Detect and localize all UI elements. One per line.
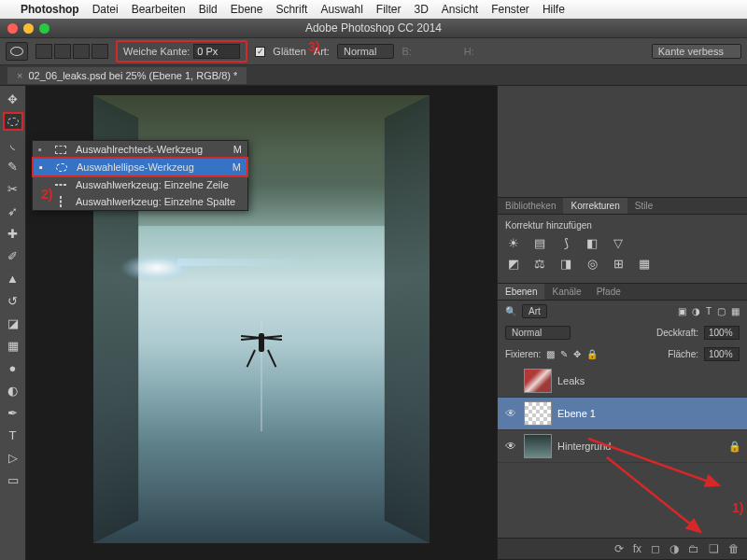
flyout-row-marquee[interactable]: Auswahlwerkzeug: Einzelne Zeile — [33, 176, 247, 193]
menu-hilfe[interactable]: Hilfe — [543, 3, 565, 16]
visibility-toggle[interactable]: 👁 — [503, 407, 518, 420]
lock-paint-icon[interactable]: ✎ — [560, 349, 568, 359]
adj-exposure-icon[interactable]: ◧ — [584, 236, 600, 251]
tab-korrekturen[interactable]: Korrekturen — [563, 198, 627, 214]
lock-all-icon[interactable]: 🔒 — [586, 349, 598, 359]
link-layers-icon[interactable]: ⟳ — [614, 542, 624, 555]
layer-row[interactable]: 👁 Ebene 1 — [498, 398, 747, 430]
layer-filter-icon[interactable]: 🔍 — [505, 306, 516, 316]
window-close-button[interactable] — [7, 23, 18, 34]
healing-tool[interactable]: ✚ — [3, 224, 23, 243]
blur-tool[interactable]: ● — [3, 358, 23, 377]
opacity-input[interactable]: 100% — [704, 326, 740, 340]
brush-tool[interactable]: ✐ — [3, 246, 23, 265]
adj-vibrance-icon[interactable]: ▽ — [610, 236, 627, 251]
eyedropper-tool[interactable]: ➶ — [3, 202, 23, 220]
refine-edge-button[interactable]: Kante verbess — [652, 44, 741, 59]
adj-bw-icon[interactable]: ◨ — [557, 257, 574, 272]
adj-photo-filter-icon[interactable]: ◎ — [584, 257, 600, 272]
eraser-tool[interactable]: ◪ — [3, 314, 23, 332]
menu-ebene[interactable]: Ebene — [231, 3, 263, 16]
opacity-label: Deckkraft: — [656, 328, 698, 338]
menu-datei[interactable]: Datei — [92, 3, 119, 16]
layer-thumbnail[interactable] — [524, 369, 552, 393]
gradient-tool[interactable]: ▦ — [3, 336, 23, 355]
adjustment-layer-icon[interactable]: ◑ — [669, 542, 679, 555]
ellipse-marquee-icon — [54, 163, 69, 172]
tab-ebenen[interactable]: Ebenen — [498, 284, 544, 300]
type-tool[interactable]: T — [3, 426, 23, 444]
menu-filter[interactable]: Filter — [376, 3, 402, 16]
layer-thumbnail[interactable] — [524, 401, 552, 426]
adj-levels-icon[interactable]: ▤ — [531, 236, 548, 251]
menu-schrift[interactable]: Schrift — [275, 3, 307, 16]
layer-fx-icon[interactable]: fx — [633, 542, 641, 555]
style-select[interactable]: Normal — [337, 44, 394, 59]
pen-tool[interactable]: ✒ — [3, 403, 23, 422]
lasso-tool[interactable]: ◟ — [3, 134, 23, 153]
fill-input[interactable]: 100% — [704, 347, 740, 361]
path-select-tool[interactable]: ▷ — [3, 448, 23, 467]
layer-row[interactable]: Leaks — [498, 365, 747, 398]
marquee-tool[interactable] — [3, 112, 23, 131]
width-label: B: — [402, 46, 411, 57]
feather-input[interactable] — [193, 44, 240, 59]
blend-mode-select[interactable]: Normal — [505, 326, 571, 340]
tab-bibliotheken[interactable]: Bibliotheken — [498, 198, 563, 214]
adj-channel-mixer-icon[interactable]: ⊞ — [610, 257, 627, 272]
menu-bild[interactable]: Bild — [199, 3, 218, 16]
window-zoom-button[interactable] — [39, 23, 49, 34]
tab-kanaele[interactable]: Kanäle — [544, 284, 588, 300]
lock-move-icon[interactable]: ✥ — [573, 349, 581, 359]
window-minimize-button[interactable] — [23, 23, 34, 34]
layer-name-label[interactable]: Leaks — [557, 375, 741, 386]
layer-mask-icon[interactable]: ◻ — [651, 542, 660, 555]
adj-brightness-icon[interactable]: ☀ — [505, 236, 522, 251]
menu-bearbeiten[interactable]: Bearbeiten — [132, 3, 186, 16]
layer-group-icon[interactable]: 🗀 — [688, 542, 699, 555]
filter-pixel-icon[interactable]: ▣ — [678, 306, 686, 316]
filter-smart-icon[interactable]: ▦ — [731, 306, 740, 316]
flyout-ellipse-marquee[interactable]: ▪ Auswahlellipse-Werkzeug M — [32, 157, 248, 177]
layer-name-label[interactable]: Ebene 1 — [557, 408, 741, 419]
close-tab-icon[interactable]: × — [17, 70, 22, 81]
layer-thumbnail[interactable] — [524, 434, 552, 458]
dodge-tool[interactable]: ◐ — [3, 381, 23, 399]
menu-ansicht[interactable]: Ansicht — [442, 3, 478, 16]
stamp-tool[interactable]: ▲ — [3, 269, 23, 287]
filter-type-icon[interactable]: T — [706, 306, 712, 316]
menu-auswahl[interactable]: Auswahl — [320, 3, 362, 16]
document-tab[interactable]: × 02_06_leaks.psd bei 25% (Ebene 1, RGB/… — [7, 67, 247, 84]
quick-select-tool[interactable]: ✎ — [3, 157, 23, 175]
flyout-rect-marquee[interactable]: ▪ Auswahlrechteck-Werkzeug M — [33, 141, 247, 158]
tab-pfade[interactable]: Pfade — [589, 284, 628, 300]
tab-stile[interactable]: Stile — [627, 198, 660, 214]
menu-3d[interactable]: 3D — [414, 3, 428, 16]
selection-mode-buttons[interactable] — [35, 44, 108, 59]
adj-hue-icon[interactable]: ◩ — [505, 257, 522, 272]
antialias-checkbox[interactable]: ✓ — [255, 47, 265, 57]
layer-row[interactable]: 👁 Hintergrund 🔒 — [498, 430, 747, 463]
crop-tool[interactable]: ✂ — [3, 179, 23, 198]
layer-filter-select[interactable]: Art — [522, 304, 547, 318]
filter-shape-icon[interactable]: ▢ — [717, 306, 726, 316]
delete-layer-icon[interactable]: 🗑 — [728, 542, 740, 555]
app-menu[interactable]: Photoshop — [21, 3, 79, 16]
height-label: H: — [464, 46, 474, 57]
filter-adj-icon[interactable]: ◑ — [692, 306, 700, 316]
flyout-col-marquee[interactable]: Auswahlwerkzeug: Einzelne Spalte — [33, 193, 247, 210]
adj-curves-icon[interactable]: ⟆ — [557, 236, 574, 251]
layer-name-label[interactable]: Hintergrund — [557, 441, 723, 452]
history-brush-tool[interactable]: ↺ — [3, 291, 23, 310]
active-tool-indicator[interactable] — [6, 42, 28, 61]
adj-balance-icon[interactable]: ⚖ — [531, 257, 548, 272]
new-layer-icon[interactable]: ❏ — [709, 542, 719, 555]
move-tool[interactable]: ✥ — [3, 90, 23, 108]
photoshop-window: Adobe Photoshop CC 2014 Weiche Kante: ✓ … — [0, 19, 747, 560]
adj-lut-icon[interactable]: ▦ — [636, 257, 653, 272]
layers-footer: ⟳ fx ◻ ◑ 🗀 ❏ 🗑 — [498, 538, 747, 559]
visibility-toggle[interactable]: 👁 — [503, 440, 518, 453]
shape-tool[interactable]: ▭ — [3, 470, 23, 489]
lock-trans-icon[interactable]: ▩ — [546, 349, 555, 359]
menu-fenster[interactable]: Fenster — [491, 3, 529, 16]
